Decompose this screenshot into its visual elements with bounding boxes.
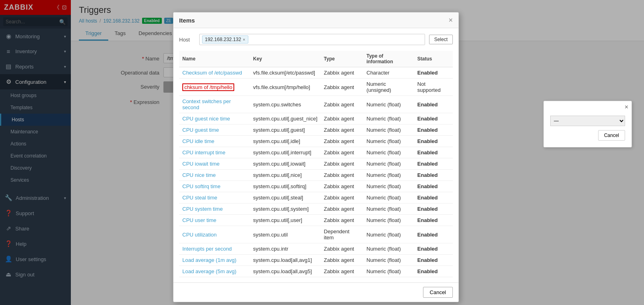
secondary-select[interactable]: — <box>550 116 625 126</box>
items-dialog: Items × Host 192.168.232.132 × Select Na… <box>173 12 459 302</box>
item-name-link[interactable]: CPU softirq time <box>182 183 221 189</box>
items-table-body: Checksum of /etc/passwdvfs.file.cksum[/e… <box>179 67 453 277</box>
item-type-info: Character <box>363 67 414 79</box>
item-status: Enabled <box>414 181 453 192</box>
item-key: system.cpu.util[,user] <box>250 215 321 226</box>
item-name-link[interactable]: chksum of /tmp/hello <box>182 84 234 90</box>
item-key: system.cpu.intr <box>250 243 321 255</box>
item-type: Zabbix agent <box>321 158 363 170</box>
item-type-info: Numeric (float) <box>363 226 414 243</box>
item-status: Enabled <box>414 243 453 255</box>
item-key: system.cpu.switches <box>250 96 321 113</box>
item-name-link[interactable]: CPU user time <box>182 217 217 223</box>
item-status: Enabled <box>414 136 453 147</box>
item-key: system.cpu.util[,guest] <box>250 124 321 136</box>
table-row: CPU interrupt timesystem.cpu.util[,inter… <box>179 147 453 158</box>
item-key: system.cpu.util <box>250 226 321 243</box>
table-row: Load average (5m avg)system.cpu.load[all… <box>179 266 453 277</box>
item-key: system.cpu.util[,nice] <box>250 170 321 181</box>
host-tag-remove[interactable]: × <box>243 37 245 42</box>
dialog-title: Items <box>179 17 195 24</box>
col-type-info: Type of information <box>363 51 414 67</box>
item-status: Enabled <box>414 203 453 215</box>
host-tag: 192.168.232.132 × <box>202 35 248 44</box>
item-status: Enabled <box>414 215 453 226</box>
item-name-link[interactable]: Checksum of /etc/passwd <box>182 70 242 76</box>
col-type: Type <box>321 51 363 67</box>
item-type: Zabbix agent <box>321 170 363 181</box>
item-type-info: Numeric (float) <box>363 147 414 158</box>
item-name-link[interactable]: CPU utilization <box>182 232 217 238</box>
item-name-link[interactable]: CPU guest nice time <box>182 116 230 122</box>
item-type-info: Numeric (float) <box>363 255 414 266</box>
cancel-button[interactable]: Cancel <box>423 287 453 298</box>
item-key: system.cpu.util[,guest_nice] <box>250 113 321 124</box>
table-row: Checksum of /etc/passwdvfs.file.cksum[/e… <box>179 67 453 79</box>
item-type-info: Numeric (float) <box>363 181 414 192</box>
item-key: system.cpu.load[all,avg1] <box>250 255 321 266</box>
select-button[interactable]: Select <box>429 35 453 44</box>
item-key: system.cpu.load[all,avg5] <box>250 266 321 277</box>
item-name-link[interactable]: Load average (5m avg) <box>182 268 236 274</box>
item-status: Enabled <box>414 67 453 79</box>
host-filter-row: Host 192.168.232.132 × Select <box>179 34 453 45</box>
item-key: system.cpu.util[,softirq] <box>250 181 321 192</box>
table-header: Name Key Type Type of information Status <box>179 51 453 67</box>
item-type: Zabbix agent <box>321 113 363 124</box>
dialog-footer: Cancel <box>173 282 458 302</box>
item-name-link[interactable]: CPU guest time <box>182 127 219 133</box>
item-status: Enabled <box>414 147 453 158</box>
item-name-link[interactable]: CPU idle time <box>182 138 214 144</box>
item-key: system.cpu.util[,steal] <box>250 192 321 203</box>
item-type-info: Numeric (float) <box>363 243 414 255</box>
item-type: Zabbix agent <box>321 96 363 113</box>
secondary-close-button[interactable]: × <box>625 104 628 111</box>
item-name-link[interactable]: Load average (1m avg) <box>182 257 236 263</box>
table-row: CPU nice timesystem.cpu.util[,nice]Zabbi… <box>179 170 453 181</box>
item-name-link[interactable]: Context switches per second <box>182 98 231 110</box>
table-row: chksum of /tmp/hellovfs.file.cksum[/tmp/… <box>179 79 453 96</box>
table-row: CPU guest timesystem.cpu.util[,guest]Zab… <box>179 124 453 136</box>
item-name-link[interactable]: CPU iowait time <box>182 161 219 167</box>
table-row: Context switches per secondsystem.cpu.sw… <box>179 96 453 113</box>
secondary-modal: × — Cancel <box>543 101 632 147</box>
item-type: Zabbix agent <box>321 243 363 255</box>
item-type: Zabbix agent <box>321 67 363 79</box>
item-name-link[interactable]: CPU interrupt time <box>182 149 225 156</box>
item-key: system.cpu.util[,idle] <box>250 136 321 147</box>
item-status: Enabled <box>414 266 453 277</box>
item-key: system.cpu.util[,iowait] <box>250 158 321 170</box>
item-key: system.cpu.util[,system] <box>250 203 321 215</box>
item-type-info: Numeric (float) <box>363 215 414 226</box>
table-row: CPU iowait timesystem.cpu.util[,iowait]Z… <box>179 158 453 170</box>
item-type-info: Numeric (float) <box>363 192 414 203</box>
item-type-info: Numeric (float) <box>363 136 414 147</box>
dialog-body: Host 192.168.232.132 × Select Name Key T… <box>173 28 458 282</box>
item-type: Zabbix agent <box>321 203 363 215</box>
item-name-link[interactable]: CPU system time <box>182 206 223 212</box>
dialog-close-button[interactable]: × <box>448 17 453 24</box>
item-status: Enabled <box>414 158 453 170</box>
item-status: Enabled <box>414 170 453 181</box>
item-type-info: Numeric (float) <box>363 170 414 181</box>
item-key: vfs.file.cksum[/etc/passwd] <box>250 67 321 79</box>
item-type: Zabbix agent <box>321 136 363 147</box>
item-name-link[interactable]: Interrupts per second <box>182 246 232 252</box>
host-tag-value: 192.168.232.132 <box>205 37 241 42</box>
item-status: Enabled <box>414 255 453 266</box>
table-row: CPU user timesystem.cpu.util[,user]Zabbi… <box>179 215 453 226</box>
item-status: Enabled <box>414 96 453 113</box>
col-status: Status <box>414 51 453 67</box>
item-name-link[interactable]: CPU steal time <box>182 195 217 201</box>
item-type-info: Numeric (float) <box>363 96 414 113</box>
secondary-cancel-button[interactable]: Cancel <box>598 130 625 141</box>
item-type-info: Numeric (float) <box>363 113 414 124</box>
item-type: Zabbix agent <box>321 124 363 136</box>
item-type: Zabbix agent <box>321 192 363 203</box>
item-name-link[interactable]: CPU nice time <box>182 172 216 178</box>
col-name: Name <box>179 51 250 67</box>
table-row: Interrupts per secondsystem.cpu.intrZabb… <box>179 243 453 255</box>
item-type-info: Numeric (unsigned) <box>363 79 414 96</box>
host-label: Host <box>179 37 195 43</box>
item-status: Enabled <box>414 113 453 124</box>
